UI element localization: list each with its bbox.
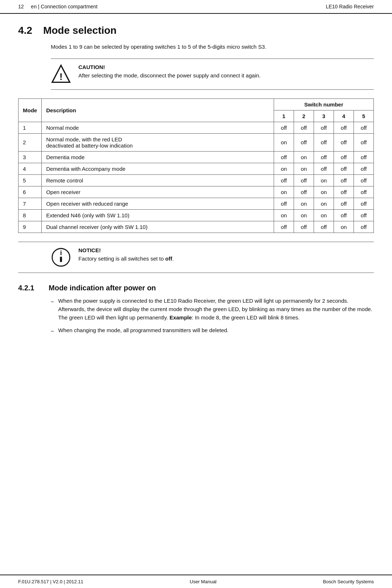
table-cell-description: Open receiver	[42, 186, 274, 198]
table-cell-sw2: on	[294, 151, 314, 163]
caution-title: CAUTION!	[78, 64, 261, 70]
table-cell-sw5: off	[354, 122, 374, 133]
table-cell-sw1: off	[274, 151, 294, 163]
table-cell-sw4: off	[334, 198, 354, 209]
section-title: 4.2 Mode selection	[18, 25, 374, 36]
table-cell-sw1: off	[274, 221, 294, 233]
table-cell-mode: 3	[19, 151, 42, 163]
notice-body: Factory setting is all switches set to o…	[78, 255, 174, 263]
table-cell-mode: 8	[19, 209, 42, 221]
table-cell-sw2: on	[294, 163, 314, 174]
switch-num-2: 2	[294, 110, 314, 122]
sub-section-content: –When the power supply is connected to t…	[51, 297, 374, 335]
table-cell-sw1: on	[274, 133, 294, 151]
caution-box: ! CAUTION! After selecting the mode, dis…	[51, 59, 374, 90]
table-row: 8Extended N46 (only with SW 1.10)ononono…	[19, 209, 374, 221]
sub-section-title: 4.2.1 Mode indication after power on	[18, 284, 374, 292]
table-cell-description: Open receiver with reduced range	[42, 198, 274, 209]
table-cell-sw4: off	[334, 209, 354, 221]
list-dash: –	[51, 297, 54, 305]
table-cell-description: Extended N46 (only with SW 1.10)	[42, 209, 274, 221]
table-cell-sw5: off	[354, 209, 374, 221]
table-cell-sw2: off	[294, 133, 314, 151]
mode-table: Mode Description Switch number 1 2 3 4 5…	[18, 98, 374, 233]
table-cell-mode: 4	[19, 163, 42, 174]
section-heading: Mode selection	[43, 25, 117, 36]
table-cell-sw3: on	[314, 186, 334, 198]
table-cell-sw2: off	[294, 186, 314, 198]
sub-section-heading: Mode indication after power on	[49, 284, 156, 292]
table-cell-sw2: off	[294, 174, 314, 186]
sub-section-number: 4.2.1	[18, 284, 40, 292]
caution-body: After selecting the mode, disconnect the…	[78, 72, 261, 80]
table-cell-sw1: off	[274, 174, 294, 186]
table-cell-sw3: on	[314, 174, 334, 186]
switch-num-3: 3	[314, 110, 334, 122]
footer-center: User Manual	[190, 579, 217, 584]
table-row: 1Normal modeoffoffoffoffoff	[19, 122, 374, 133]
table-cell-sw5: off	[354, 151, 374, 163]
switch-num-4: 4	[334, 110, 354, 122]
svg-rect-4	[60, 257, 62, 262]
bullet-list: –When the power supply is connected to t…	[51, 297, 374, 335]
notice-suffix: .	[172, 255, 173, 262]
list-item: –When changing the mode, all programmed …	[51, 326, 374, 335]
table-row: 6Open receiveronoffonoffoff	[19, 186, 374, 198]
list-item: –When the power supply is connected to t…	[51, 297, 374, 322]
table-cell-sw4: off	[334, 174, 354, 186]
footer-right: Bosch Security Systems	[323, 579, 374, 584]
table-cell-sw1: on	[274, 186, 294, 198]
table-cell-sw3: off	[314, 151, 334, 163]
page-wrapper: 12 en | Connection compartment LE10 Radi…	[0, 0, 392, 588]
table-cell-sw4: off	[334, 151, 354, 163]
list-dash: –	[51, 326, 54, 335]
col-header-switch: Switch number	[274, 98, 374, 110]
table-row: 3Dementia modeoffonoffoffoff	[19, 151, 374, 163]
table-cell-description: Dual channel receiver (only with SW 1.10…	[42, 221, 274, 233]
table-cell-sw2: on	[294, 209, 314, 221]
table-cell-sw3: on	[314, 209, 334, 221]
table-cell-mode: 7	[19, 198, 42, 209]
notice-text: NOTICE! Factory setting is all switches …	[78, 247, 174, 263]
table-cell-sw1: off	[274, 122, 294, 133]
table-cell-sw4: off	[334, 186, 354, 198]
table-cell-sw4: off	[334, 163, 354, 174]
table-cell-sw2: off	[294, 122, 314, 133]
col-header-desc: Description	[42, 98, 274, 122]
section-number: 4.2	[18, 25, 32, 36]
caution-icon: !	[51, 64, 71, 84]
table-cell-description: Dementia mode	[42, 151, 274, 163]
switch-num-5: 5	[354, 110, 374, 122]
header-separator	[26, 4, 29, 9]
table-cell-sw5: off	[354, 133, 374, 151]
caution-text: CAUTION! After selecting the mode, disco…	[78, 64, 261, 80]
table-cell-sw5: off	[354, 163, 374, 174]
header-product-name: LE10 Radio Receiver	[326, 4, 374, 9]
table-cell-description: Normal mode	[42, 122, 274, 133]
table-row: 4Dementia with Accompany modeononoffoffo…	[19, 163, 374, 174]
page-header: 12 en | Connection compartment LE10 Radi…	[0, 0, 392, 14]
table-cell-sw3: on	[314, 198, 334, 209]
table-cell-sw3: off	[314, 163, 334, 174]
sub-section: 4.2.1 Mode indication after power on –Wh…	[18, 284, 374, 335]
notice-title: NOTICE!	[78, 247, 174, 253]
header-left: 12 en | Connection compartment	[18, 4, 98, 9]
svg-text:i: i	[60, 249, 62, 257]
footer-left: F.01U.278.517 | V2.0 | 2012.11	[18, 579, 83, 584]
section-intro: Modes 1 to 9 can be selected by operatin…	[51, 43, 374, 51]
notice-box: i NOTICE! Factory setting is all switche…	[18, 242, 374, 273]
list-content: When the power supply is connected to th…	[58, 297, 374, 322]
table-cell-description: Normal mode, with the red LEDdeactivated…	[42, 133, 274, 151]
table-cell-sw1: on	[274, 209, 294, 221]
table-cell-sw2: on	[294, 198, 314, 209]
table-cell-sw1: off	[274, 198, 294, 209]
table-cell-mode: 2	[19, 133, 42, 151]
example-label: Example	[170, 314, 192, 321]
header-section-label: en | Connection compartment	[31, 4, 97, 9]
notice-prefix: Factory setting is all switches set to	[78, 255, 165, 262]
notice-icon: i	[51, 247, 71, 267]
main-content: 4.2 Mode selection Modes 1 to 9 can be s…	[0, 14, 392, 575]
table-cell-sw5: off	[354, 221, 374, 233]
table-cell-sw5: off	[354, 174, 374, 186]
table-cell-sw5: off	[354, 186, 374, 198]
